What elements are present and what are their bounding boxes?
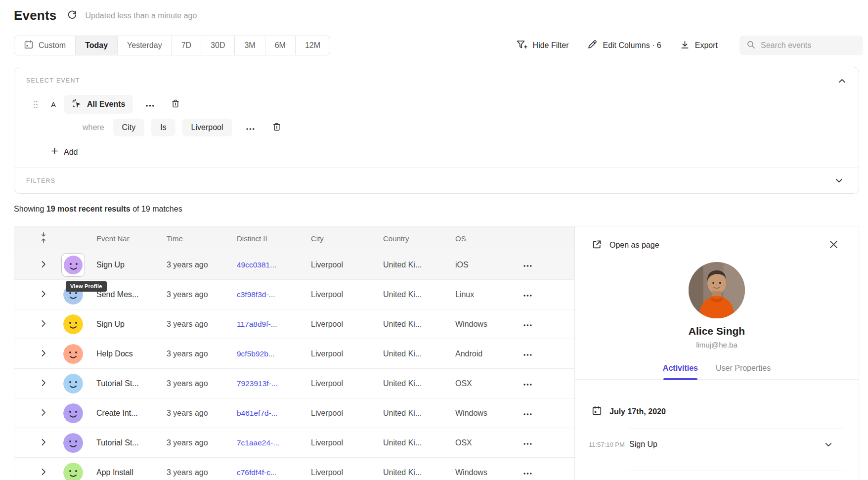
export-button[interactable]: Export (680, 40, 718, 51)
date-tab-label: 6M (275, 41, 286, 50)
cell-country: United Ki... (375, 320, 447, 329)
date-tab-7d[interactable]: 7D (172, 36, 201, 55)
table-row[interactable]: Tutorial St...3 years ago7923913f-...Liv… (14, 369, 574, 398)
table-row[interactable]: Sign Up3 years ago49cc0381...LiverpoolUn… (14, 250, 574, 280)
activity-row[interactable]: 11:57:10 PM Sign Up (575, 429, 859, 460)
page-title: Events (14, 8, 56, 23)
ellipsis-icon (523, 409, 532, 417)
controls-row: CustomTodayYesterday7D30D3M6M12M Hide Fi… (14, 36, 863, 55)
expand-row-button[interactable] (39, 407, 48, 420)
where-delete-button[interactable] (269, 119, 284, 136)
open-as-page-button[interactable]: Open as page (592, 239, 659, 252)
date-tab-3m[interactable]: 3M (234, 36, 264, 55)
date-tab-label: Yesterday (127, 41, 162, 50)
cell-distinct-id[interactable]: 9cf5b92b... (229, 349, 303, 358)
collapse-rows-header[interactable] (29, 232, 58, 245)
drag-handle-icon[interactable] (33, 100, 38, 109)
query-builder-card: SELECT EVENT A (14, 67, 859, 194)
user-avatar[interactable] (63, 374, 83, 393)
date-tab-custom[interactable]: Custom (14, 36, 75, 55)
cell-distinct-id[interactable]: c76fdf4f-c... (229, 468, 303, 477)
event-delete-button[interactable] (168, 96, 183, 113)
table-row[interactable]: Sign Up3 years ago117a8d9f-...LiverpoolU… (14, 309, 574, 339)
expand-row-button[interactable] (39, 377, 48, 390)
user-avatar[interactable] (63, 344, 83, 364)
date-tab-6m[interactable]: 6M (265, 36, 295, 55)
user-avatar[interactable] (63, 463, 83, 480)
user-avatar[interactable] (63, 433, 83, 453)
cell-distinct-id[interactable]: 7923913f-... (229, 379, 303, 388)
user-avatar[interactable] (64, 256, 83, 274)
plus-icon (51, 147, 58, 157)
chevron-down-icon (835, 177, 843, 184)
property-chip[interactable]: City (113, 119, 145, 136)
row-more-button[interactable] (521, 289, 534, 300)
tab-activities[interactable]: Activities (663, 364, 698, 379)
value-chip[interactable]: Liverpool (182, 119, 232, 136)
row-more-button[interactable] (521, 467, 534, 478)
expand-row-button[interactable] (39, 466, 48, 479)
expand-row-button[interactable] (39, 259, 48, 271)
column-header[interactable]: OS (447, 234, 521, 243)
hide-filter-button[interactable]: Hide Filter (516, 40, 569, 52)
close-panel-button[interactable] (827, 238, 840, 252)
table-row[interactable]: Tutorial St...3 years ago7c1aae24-...Liv… (14, 428, 574, 458)
cell-event-name: Tutorial St... (88, 379, 159, 388)
cell-country: United Ki... (375, 290, 447, 299)
cell-country: United Ki... (375, 409, 447, 418)
table-row[interactable]: App Install3 years agoc76fdf4f-c...Liver… (14, 458, 574, 480)
search-input[interactable] (761, 41, 856, 50)
column-header[interactable]: Time (159, 234, 229, 243)
expand-row-button[interactable] (39, 348, 48, 360)
profile-panel: Open as page Alice Singh (574, 226, 859, 480)
table-row[interactable]: Help Docs3 years ago9cf5b92b...Liverpool… (14, 339, 574, 369)
open-as-page-label: Open as page (609, 241, 659, 250)
add-event-button[interactable]: Add (51, 147, 78, 157)
collapse-vertical-icon (41, 232, 46, 245)
collapse-section-button[interactable] (838, 77, 846, 85)
avatar-selected-frame[interactable] (61, 253, 85, 277)
user-avatar[interactable] (63, 403, 83, 423)
table-row[interactable]: Create Int...3 years agob461ef7d-...Live… (14, 398, 574, 428)
event-more-button[interactable] (143, 98, 157, 111)
date-tab-12m[interactable]: 12M (295, 36, 330, 55)
row-more-button[interactable] (521, 437, 534, 448)
column-header[interactable]: Country (375, 234, 447, 243)
column-header[interactable]: City (303, 234, 375, 243)
date-tab-yesterday[interactable]: Yesterday (117, 36, 172, 55)
edit-columns-button[interactable]: Edit Columns · 6 (587, 40, 661, 51)
row-more-button[interactable] (521, 348, 534, 359)
tab-user-properties[interactable]: User Properties (716, 364, 771, 379)
date-tab-label: 12M (305, 41, 320, 50)
user-avatar[interactable] (63, 314, 83, 334)
chevron-right-icon (41, 468, 46, 477)
expand-filters-button[interactable] (832, 174, 846, 187)
column-header[interactable]: Distinct II (229, 234, 303, 243)
row-more-button[interactable] (521, 407, 534, 419)
search-box[interactable] (739, 36, 863, 55)
cell-distinct-id[interactable]: 117a8d9f-... (229, 320, 303, 329)
expand-row-button[interactable] (39, 288, 48, 301)
column-header[interactable]: Event Nar (88, 234, 159, 243)
cell-distinct-id[interactable]: b461ef7d-... (229, 409, 303, 418)
row-more-button[interactable] (521, 318, 534, 330)
row-more-button[interactable] (521, 378, 534, 389)
where-more-button[interactable] (243, 121, 258, 134)
chevron-down-icon[interactable] (823, 440, 834, 449)
refresh-button[interactable] (67, 10, 77, 21)
event-selector-chip[interactable]: All Events (64, 95, 133, 114)
event-clause-row: A All Events (26, 95, 847, 114)
cell-distinct-id[interactable]: 7c1aae24-... (229, 438, 303, 447)
date-tab-today[interactable]: Today (75, 36, 117, 55)
results-prefix: Showing (14, 205, 44, 213)
expand-row-button[interactable] (39, 436, 48, 449)
divider (628, 471, 844, 471)
cell-distinct-id[interactable]: 49cc0381... (229, 261, 303, 269)
cell-event-name: App Install (88, 468, 159, 477)
expand-row-button[interactable] (39, 318, 48, 331)
cell-distinct-id[interactable]: c3f98f3d-... (229, 290, 303, 299)
operator-chip[interactable]: Is (151, 119, 175, 136)
date-tab-30d[interactable]: 30D (201, 36, 234, 55)
activity-date-label: July 17th, 2020 (609, 407, 666, 416)
row-more-button[interactable] (521, 259, 534, 270)
